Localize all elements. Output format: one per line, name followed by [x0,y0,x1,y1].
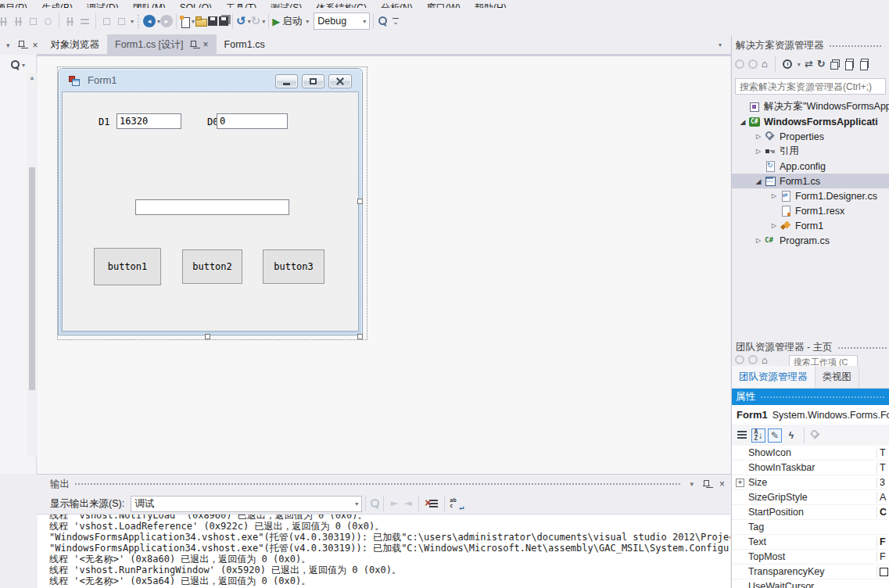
back-icon[interactable] [735,355,744,364]
tree-item[interactable]: App.config [732,159,889,174]
align-lefts-icon[interactable] [0,16,9,27]
close-icon[interactable]: × [719,479,725,489]
same-size-icon[interactable] [101,16,113,27]
menu-item[interactable]: 测试(S) [263,2,309,8]
start-debug-dropdown-icon[interactable]: ▾ [306,18,309,25]
property-value[interactable]: F [876,551,889,562]
menu-item[interactable]: 体系结构(C) [309,2,374,8]
output-source-combobox[interactable]: 调试 ▾ [131,496,362,512]
navigate-backward-icon[interactable]: ◂ [143,15,156,27]
collapsed-arrow-icon[interactable]: ▷ [752,148,765,155]
menu-item[interactable]: 分析(N) [374,2,420,8]
property-row[interactable]: +Size3 [732,475,889,490]
next-message-icon[interactable]: ⇥ [404,498,412,509]
home-icon[interactable]: ⌂ [762,355,768,366]
property-row[interactable]: TopMostF [732,550,889,565]
menu-item[interactable]: 生成(B) [34,2,80,8]
find-message-icon[interactable] [369,498,380,509]
form-client-area[interactable]: D1 D0 button1 button2 button3 [62,91,359,332]
property-value[interactable] [876,566,889,577]
tab-class-view[interactable]: 类视图 [816,366,860,388]
sync-with-active-document-icon[interactable]: ⇄ [805,59,813,70]
tab-form1-design[interactable]: Form1.cs [设计] × [107,34,217,55]
collapsed-arrow-icon[interactable]: ▷ [768,222,780,229]
menu-item[interactable]: 团队(M) [126,2,173,8]
pending-changes-dropdown-icon[interactable]: ▾ [798,61,801,68]
panel-search-icon[interactable]: ▾ [9,59,25,70]
tree-item[interactable]: Form1.resx [732,203,889,218]
find-in-files-icon[interactable] [377,16,388,27]
tab-form1-code[interactable]: Form1.cs [217,34,273,55]
redo-dropdown-icon[interactable]: ▾ [262,18,265,25]
panel-menu-icon[interactable]: ▾ [690,480,694,488]
previous-message-icon[interactable]: ⇤ [390,498,398,509]
tree-item[interactable]: ◢WindowsFormsApplicati [732,114,889,129]
collapse-all-icon[interactable] [830,59,841,70]
tab-overflow-icon[interactable]: ▾ [719,41,722,55]
expanded-arrow-icon[interactable]: ◢ [752,177,765,185]
open-file-icon[interactable] [195,16,207,27]
property-value[interactable]: T [876,447,889,458]
property-pages-icon[interactable] [810,429,822,441]
close-button[interactable] [328,74,352,88]
tab-object-browser[interactable]: 对象浏览器 [43,34,108,55]
properties-view-icon[interactable]: ✎ [768,428,782,443]
textbox-d0[interactable] [217,113,288,129]
tree-item[interactable]: ▷Form1 [732,218,889,233]
menu-item[interactable]: 帮助(H) [468,2,514,8]
menu-item[interactable]: SQL(Q) [173,2,219,8]
properties-object-row[interactable]: Form1 System.Windows.Forms.Fo [732,405,889,425]
button2[interactable]: button2 [182,249,242,284]
events-icon[interactable]: ϟ [784,428,798,443]
menu-item[interactable]: 项目(P) [0,2,34,8]
property-value[interactable]: F [876,536,889,547]
collapsed-arrow-icon[interactable]: ▷ [752,237,765,244]
output-text-area[interactable]: 线程 'vshost.NotifyLoad' (0x8960) 已退出，返回值为… [38,514,730,588]
expand-box-icon[interactable]: + [732,479,748,487]
menu-item[interactable]: 工具(T) [219,2,263,8]
forward-icon[interactable] [748,355,758,364]
refresh-icon[interactable]: ↻ [817,59,826,70]
textbox-wide[interactable] [135,199,289,215]
tree-item[interactable]: ▷Properties [732,129,889,144]
toolbar-overflow-icon[interactable]: ⌄ [393,18,399,25]
properties-icon[interactable] [859,59,870,70]
clear-all-icon[interactable] [425,498,438,509]
undo-icon[interactable]: ↺ [236,16,246,27]
property-value[interactable]: C [876,507,889,518]
property-row[interactable]: ShowInTaskbarT [732,461,889,475]
work-items-search-input[interactable] [789,355,858,366]
home-icon[interactable]: ⌂ [762,59,768,70]
back-icon[interactable] [735,59,744,69]
save-icon[interactable] [207,16,218,27]
save-all-icon[interactable] [218,16,229,27]
panel-menu-icon[interactable]: ▾ [6,41,10,49]
word-wrap-icon[interactable]: abc [450,498,464,509]
new-file-icon[interactable] [180,16,190,27]
expanded-arrow-icon[interactable]: ◢ [737,118,749,126]
resize-handle-right[interactable] [357,199,363,204]
size-to-fit-icon[interactable] [27,16,39,27]
pin-icon[interactable] [703,479,710,489]
tree-item[interactable]: ▷引用 [732,144,889,159]
property-row[interactable]: StartPositionC [732,505,889,520]
maximize-button[interactable] [302,74,324,88]
tab-close-icon[interactable]: × [203,40,209,49]
close-icon[interactable]: × [33,41,38,50]
property-row[interactable]: TransparencyKey [732,565,889,579]
start-debug-button[interactable]: 启动 [282,15,302,28]
snap-to-grid-icon[interactable] [42,16,54,27]
solution-configuration-combobox[interactable]: Debug ▾ [314,13,370,30]
collapsed-arrow-icon[interactable]: ▷ [768,192,780,199]
scroll-up-icon[interactable]: ▲ [27,74,37,83]
navigate-forward-icon[interactable]: ▸ [160,15,173,27]
form-designer-surface[interactable]: Form1 D1 D0 button1 button2 button3 [38,56,730,474]
start-debug-icon[interactable]: ▶ [272,16,280,27]
property-row[interactable]: TextF [732,535,889,550]
property-value[interactable]: T [876,462,889,473]
tree-item[interactable]: 解决方案"WindowsFormsApp [732,99,889,114]
center-horizontal-icon[interactable] [13,16,24,27]
size-to-grid-icon[interactable] [116,16,127,27]
tree-item[interactable]: ◢Form1.cs [732,174,889,188]
designed-form-window[interactable]: Form1 D1 D0 button1 button2 button3 [59,69,362,335]
